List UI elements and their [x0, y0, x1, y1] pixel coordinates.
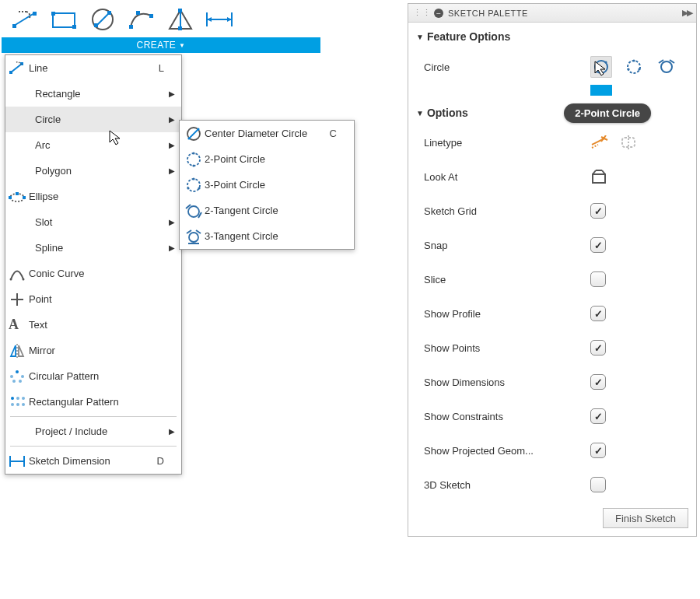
menu-shortcut: D — [157, 455, 164, 467]
svg-point-41 — [19, 380, 22, 383]
svg-point-57 — [192, 164, 194, 166]
menu-item-label: Mirror — [29, 345, 173, 356]
menu-item-slot[interactable]: Slot▶ — [5, 209, 181, 235]
tool-rectangle[interactable] — [47, 4, 81, 35]
tool-arc[interactable] — [124, 4, 159, 35]
svg-rect-13 — [149, 14, 153, 18]
svg-point-47 — [22, 403, 25, 406]
submenu-shortcut: C — [330, 128, 337, 139]
checkbox[interactable] — [590, 306, 606, 321]
svg-rect-4 — [53, 13, 75, 27]
menu-item-rectangular-pattern[interactable]: Rectangular Pattern — [5, 389, 181, 415]
svg-point-54 — [197, 128, 199, 130]
menu-item-conic-curve[interactable]: Conic Curve — [5, 261, 181, 286]
svg-rect-87 — [593, 174, 605, 183]
section-feature-options[interactable]: ▼ Feature Options — [408, 23, 696, 49]
menu-item-label: Rectangular Pattern — [29, 396, 173, 408]
menu-item-label: Spline — [35, 242, 173, 254]
submenu-item-2-point-circle[interactable]: 2-Point Circle — [180, 146, 354, 172]
submenu-arrow-icon: ▶ — [169, 141, 175, 149]
circle-3pt-option[interactable] — [623, 56, 645, 78]
tool-line[interactable] — [8, 4, 42, 35]
option-label: Show Profile — [424, 308, 590, 320]
submenu-item-3-point-circle[interactable]: 3-Point Circle — [180, 172, 354, 198]
menu-item-label: Polygon — [35, 165, 173, 177]
svg-point-76 — [632, 59, 635, 61]
section-options[interactable]: ▼ Options — [408, 99, 696, 125]
collapse-icon[interactable]: – — [434, 9, 443, 18]
svg-rect-5 — [51, 12, 55, 16]
svg-point-65 — [189, 233, 198, 242]
option-label: Slice — [424, 274, 590, 285]
checkbox[interactable] — [590, 443, 606, 458]
forward-icon[interactable]: ▶▶ — [682, 8, 691, 18]
menu-item-rectangle[interactable]: Rectangle▶ — [5, 81, 181, 107]
svg-marker-35 — [19, 345, 23, 356]
submenu-arrow-icon: ▶ — [169, 427, 175, 436]
circle-2pt-option[interactable] — [590, 56, 612, 78]
option-label: Sketch Grid — [424, 205, 590, 217]
rectpattern-icon — [9, 394, 26, 410]
submenu-item-3-tangent-circle[interactable]: 3-Tangent Circle — [180, 223, 354, 249]
tool-polygon[interactable] — [163, 4, 198, 35]
menu-item-project-include[interactable]: Project / Include▶ — [5, 419, 181, 444]
menu-item-spline[interactable]: Spline▶ — [5, 235, 181, 261]
feature-circle-label: Circle — [424, 61, 590, 73]
checkbox[interactable] — [590, 340, 606, 356]
checkbox[interactable] — [590, 408, 606, 424]
svg-line-8 — [96, 13, 109, 26]
svg-point-56 — [192, 152, 194, 154]
menu-item-polygon[interactable]: Polygon▶ — [5, 158, 181, 184]
submenu-item-center-diameter-circle[interactable]: Center Diameter CircleC — [180, 121, 354, 146]
svg-line-52 — [189, 129, 198, 138]
svg-point-60 — [198, 187, 200, 189]
menu-item-arc[interactable]: Arc▶ — [5, 132, 181, 158]
menu-item-circle[interactable]: Circle▶ — [5, 107, 181, 132]
svg-point-55 — [187, 153, 200, 166]
svg-point-59 — [187, 187, 189, 189]
palette-header[interactable]: ⋮⋮ – SKETCH PALETTE ▶▶ — [408, 4, 696, 23]
checkbox[interactable] — [590, 477, 606, 492]
finish-sketch-button[interactable]: Finish Sketch — [603, 508, 688, 528]
menu-item-label: Slot — [35, 216, 173, 228]
menu-item-point[interactable]: Point — [5, 286, 181, 312]
checkbox[interactable] — [590, 237, 606, 253]
svg-point-31 — [23, 278, 25, 280]
circle-2pt-icon — [593, 58, 610, 75]
svg-point-39 — [21, 375, 24, 378]
circle-selection-indicator — [408, 85, 696, 99]
circpattern-icon — [9, 369, 26, 384]
menu-item-line[interactable]: LineL — [5, 55, 181, 81]
svg-line-23 — [11, 64, 22, 72]
menu-item-label: Line — [29, 62, 159, 74]
option-row-show-constraints: Show Constraints — [408, 399, 696, 433]
submenu-item-2-tangent-circle[interactable]: 2-Tangent Circle — [180, 198, 354, 223]
lookat-icon[interactable] — [590, 169, 607, 184]
menu-item-mirror[interactable]: Mirror — [5, 338, 181, 363]
submenu-arrow-icon: ▶ — [169, 243, 175, 252]
option-row-show-dimensions: Show Dimensions — [408, 365, 696, 399]
menu-item-label: Sketch Dimension — [29, 455, 157, 467]
svg-rect-24 — [9, 71, 12, 74]
menu-item-circular-pattern[interactable]: Circular Pattern — [5, 363, 181, 389]
ellipse-icon — [9, 189, 26, 205]
menu-item-ellipse[interactable]: Ellipse — [5, 184, 181, 209]
linetype-construction-icon[interactable] — [590, 135, 609, 149]
checkbox[interactable] — [590, 203, 606, 219]
svg-point-40 — [12, 380, 16, 383]
tool-dimension[interactable] — [202, 4, 236, 35]
svg-point-71 — [595, 70, 597, 72]
tool-circle[interactable] — [86, 4, 120, 35]
checkbox[interactable] — [590, 374, 606, 390]
menu-item-text[interactable]: AText — [5, 312, 181, 338]
create-dropdown-bar[interactable]: CREATE ▼ — [2, 37, 320, 53]
menu-item-sketch-dimension[interactable]: Sketch DimensionD — [5, 448, 181, 474]
checkbox[interactable] — [590, 271, 606, 287]
linetype-centerline-icon[interactable] — [620, 135, 637, 149]
circle-tangent-option[interactable] — [656, 56, 677, 78]
option-label: Show Dimensions — [424, 377, 590, 388]
menu-item-label: Circle — [35, 114, 173, 125]
option-row-show-projected-geom-: Show Projected Geom... — [408, 433, 696, 468]
dimension-tool-icon — [204, 9, 235, 30]
submenu-item-label: 3-Point Circle — [205, 179, 346, 191]
